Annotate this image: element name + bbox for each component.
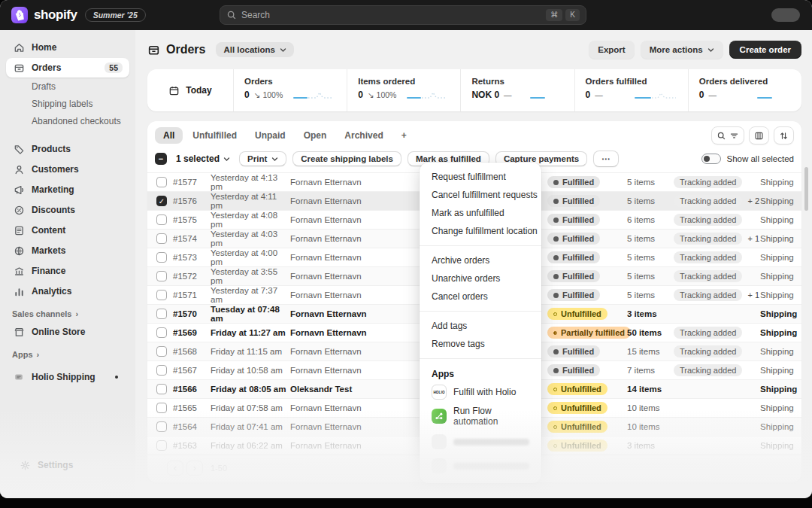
vertical-scrollbar[interactable] bbox=[804, 167, 808, 211]
order-date-cell: Friday at 11:27 am bbox=[211, 328, 290, 337]
metric-orders-fulfilled[interactable]: Orders fulfilled 0 — bbox=[574, 69, 688, 111]
selected-count[interactable]: 1 selected bbox=[173, 154, 233, 164]
menu-item-run-flow-automation[interactable]: Run Flow automation bbox=[420, 403, 541, 430]
sort-button[interactable] bbox=[774, 126, 794, 144]
sidebar-item-abandoned-checkouts[interactable]: Abandoned checkouts bbox=[0, 113, 135, 129]
sidebar-item-marketing[interactable]: Marketing bbox=[6, 180, 129, 199]
row-checkbox[interactable]: ✓ bbox=[156, 196, 167, 206]
menu-item-cancel-fulfillment-requests[interactable]: Cancel fulfillment requests bbox=[420, 186, 541, 204]
menu-item-cancel-orders[interactable]: Cancel orders bbox=[420, 287, 541, 306]
row-checkbox[interactable] bbox=[156, 421, 167, 432]
sidebar-item-customers[interactable]: Customers bbox=[6, 160, 129, 179]
sidebar-item-drafts[interactable]: Drafts bbox=[0, 78, 135, 95]
fulfillment-badge: Fulfilled bbox=[547, 214, 600, 226]
menu-item-add-tags[interactable]: Add tags bbox=[420, 317, 541, 335]
menu-item-fulfill-with-holio[interactable]: HOLIO Fulfill with Holio bbox=[420, 382, 541, 403]
menu-item-redacted[interactable] bbox=[420, 430, 541, 454]
menu-item-unarchive-orders[interactable]: Unarchive orders bbox=[420, 269, 541, 287]
menu-item-redacted[interactable] bbox=[420, 454, 541, 478]
show-all-selected-toggle[interactable] bbox=[701, 154, 721, 164]
menu-item-mark-as-unfulfilled[interactable]: Mark as unfulfilled bbox=[420, 204, 541, 222]
global-search-input[interactable]: Search ⌘ K bbox=[220, 5, 586, 25]
tab-open[interactable]: Open bbox=[295, 127, 335, 144]
delivery-method-cell: Shipping bbox=[760, 309, 801, 318]
row-checkbox[interactable] bbox=[156, 233, 167, 244]
subitem-label: Shipping labels bbox=[32, 99, 92, 109]
metric-value: 0 bbox=[699, 90, 704, 100]
sparkline bbox=[520, 89, 564, 101]
location-filter[interactable]: All locations bbox=[216, 42, 293, 57]
items-cell: 3 items bbox=[627, 441, 674, 450]
metric-orders-delivered[interactable]: Orders delivered 0 — bbox=[688, 69, 801, 111]
row-checkbox[interactable] bbox=[156, 346, 167, 357]
date-range-selector[interactable]: Today bbox=[147, 69, 233, 111]
apps-label: Apps bbox=[12, 350, 33, 359]
row-checkbox[interactable] bbox=[156, 403, 167, 413]
select-all-checkbox[interactable]: − bbox=[155, 153, 167, 165]
fulfillment-label: Fulfilled bbox=[562, 253, 594, 262]
row-checkbox[interactable] bbox=[156, 177, 167, 187]
menu-app-label: Run Flow automation bbox=[453, 406, 529, 427]
row-checkbox[interactable] bbox=[156, 271, 167, 281]
metric-orders[interactable]: Orders 0 ↘ 100% bbox=[233, 69, 347, 111]
chevron-right-icon: › bbox=[37, 350, 40, 359]
sidebar-item-home[interactable]: Home bbox=[6, 38, 129, 57]
sidebar-item-markets[interactable]: Markets bbox=[6, 241, 129, 260]
metric-returns[interactable]: Returns NOK 0 — bbox=[460, 69, 574, 111]
sidebar-item-holio-shipping[interactable]: Holio Shipping bbox=[6, 367, 129, 387]
create-shipping-labels-button[interactable]: Create shipping labels bbox=[292, 151, 401, 166]
metric-delta: — bbox=[504, 90, 512, 99]
next-page-button[interactable]: › bbox=[186, 461, 203, 476]
tab-unfulfilled[interactable]: Unfulfilled bbox=[184, 127, 245, 144]
sidebar-item-analytics[interactable]: Analytics bbox=[6, 281, 129, 301]
row-checkbox[interactable] bbox=[156, 384, 167, 394]
fulfillment-badge: Unfulfilled bbox=[547, 383, 607, 395]
row-checkbox[interactable] bbox=[156, 309, 167, 319]
redacted-app-icon bbox=[432, 458, 447, 473]
sidebar-item-online-store[interactable]: Online Store bbox=[6, 322, 129, 342]
search-and-filter-button[interactable] bbox=[711, 126, 744, 144]
menu-item-archive-orders[interactable]: Archive orders bbox=[420, 251, 541, 269]
order-date-cell: Friday at 07:41 am bbox=[211, 422, 290, 431]
print-button[interactable]: Print bbox=[239, 151, 286, 166]
more-actions-button[interactable]: More actions bbox=[641, 41, 723, 59]
finance-icon bbox=[13, 265, 25, 277]
metric-value: 0 bbox=[586, 90, 591, 100]
sidebar-item-orders[interactable]: Orders 55 bbox=[6, 58, 129, 78]
row-checkbox[interactable] bbox=[156, 214, 167, 225]
sidebar-item-finance[interactable]: Finance bbox=[6, 261, 129, 281]
shopify-logo[interactable]: shopify bbox=[11, 6, 77, 24]
apps-section[interactable]: Apps › bbox=[0, 346, 135, 363]
menu-item-request-fulfillment[interactable]: Request fulfillment bbox=[420, 168, 541, 186]
sidebar-item-shipping-labels[interactable]: Shipping labels bbox=[0, 96, 135, 112]
create-order-button[interactable]: Create order bbox=[729, 41, 801, 59]
logo-wordmark: shopify bbox=[34, 8, 77, 23]
redacted-app-icon bbox=[432, 434, 447, 449]
tab-archived[interactable]: Archived bbox=[336, 127, 391, 144]
export-button[interactable]: Export bbox=[589, 41, 634, 59]
sidebar-item-content[interactable]: Content bbox=[6, 221, 129, 240]
row-checkbox[interactable] bbox=[156, 365, 167, 376]
prev-page-button[interactable]: ‹ bbox=[167, 461, 183, 476]
sidebar-item-discounts[interactable]: Discounts bbox=[6, 200, 129, 220]
row-checkbox[interactable] bbox=[156, 440, 167, 451]
customer-cell: Fornavn Etternavn bbox=[290, 253, 388, 262]
more-bulk-actions-button[interactable]: ⋯ bbox=[593, 151, 619, 167]
add-view-button[interactable]: + bbox=[393, 127, 415, 144]
sales-channels-section[interactable]: Sales channels › bbox=[0, 306, 135, 322]
tab-unpaid[interactable]: Unpaid bbox=[247, 127, 294, 144]
tab-all[interactable]: All bbox=[155, 127, 183, 144]
menu-item-remove-tags[interactable]: Remove tags bbox=[420, 335, 541, 353]
sidebar-item-products[interactable]: Products bbox=[6, 139, 129, 159]
metric-items-ordered[interactable]: Items ordered 0 ↘ 100% bbox=[347, 69, 460, 111]
menu-item-change-fulfillment-location[interactable]: Change fulfillment location bbox=[420, 222, 541, 240]
chevron-down-icon bbox=[707, 47, 714, 53]
row-checkbox[interactable] bbox=[156, 252, 167, 263]
account-menu[interactable] bbox=[771, 8, 800, 22]
order-date-cell: Yesterday at 4:03 pm bbox=[211, 230, 290, 248]
columns-button[interactable] bbox=[749, 126, 769, 144]
fulfillment-badge: Fulfilled bbox=[547, 345, 600, 357]
row-checkbox[interactable] bbox=[156, 290, 167, 300]
row-checkbox[interactable] bbox=[156, 327, 167, 338]
sidebar-item-settings[interactable]: Settings bbox=[12, 455, 135, 475]
